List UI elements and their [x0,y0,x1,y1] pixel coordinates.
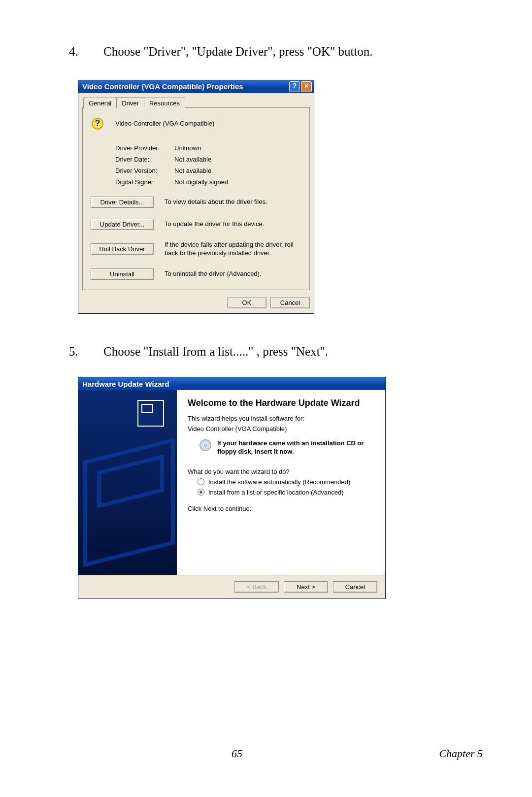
value-driver-date: Not available [174,156,301,163]
step-number: 5. [49,343,103,360]
value-driver-version: Not available [174,167,301,174]
ok-button[interactable]: OK [227,297,266,308]
page-number: 65 [232,747,242,760]
cd-hint-text: If your hardware came with an installati… [217,439,374,456]
tab-strip: General Driver Resources [82,97,310,108]
chapter-label: Chapter 5 [439,747,483,760]
radio-install-from-list[interactable]: Install from a list or specific location… [198,489,374,496]
uninstall-button[interactable]: Uninstall [91,268,154,280]
wizard-heading: Welcome to the Hardware Update Wizard [188,398,374,409]
wizard-intro: This wizard helps you install software f… [188,415,374,422]
back-button[interactable]: < Back [234,581,279,593]
label-driver-provider: Driver Provider: [115,144,174,152]
properties-dialog: Video Controller (VGA Compatible) Proper… [78,80,314,314]
value-driver-provider: Unknown [174,144,301,152]
instruction-step-5: 5. Choose "Install from a list....." , p… [49,343,483,360]
cancel-button[interactable]: Cancel [270,297,310,308]
uninstall-desc: To uninstall the driver (Advanced). [154,270,301,278]
wizard-sidebar-graphic [78,390,177,575]
label-driver-date: Driver Date: [115,156,174,163]
radio-label: Install from a list or specific location… [208,489,344,496]
radio-install-automatic[interactable]: Install the software automatically (Reco… [198,478,374,486]
update-driver-button[interactable]: Update Driver... [91,219,154,230]
roll-back-driver-desc: If the device fails after updating the d… [154,241,301,258]
radio-icon [198,478,204,485]
label-digital-signer: Digital Signer: [115,178,174,186]
wizard-main-panel: Welcome to the Hardware Update Wizard Th… [177,390,385,575]
step-number: 4. [49,43,103,60]
dialog-title: Hardware Update Wizard [82,380,169,388]
question-device-icon: ? [91,117,106,133]
hardware-update-wizard-dialog: Hardware Update Wizard Welcome to the Ha… [78,377,386,599]
radio-label: Install the software automatically (Reco… [208,478,350,486]
page-footer: 65 Chapter 5 [49,747,483,760]
tab-resources[interactable]: Resources [144,98,185,108]
tab-driver[interactable]: Driver [116,97,144,108]
dialog-title: Video Controller (VGA Compatible) Proper… [82,82,243,91]
dialog-titlebar: Video Controller (VGA Compatible) Proper… [78,80,314,93]
driver-tab-panel: ? Video Controller (VGA Compatible) Driv… [82,107,310,290]
driver-details-button[interactable]: Driver Details... [91,197,154,208]
wizard-question: What do you want the wizard to do? [188,468,374,475]
step-text: Choose "Install from a list....." , pres… [103,343,483,360]
wizard-device-name: Video Controller (VGA Compatible) [188,425,374,432]
wizard-continue-text: Click Next to continue. [188,505,374,512]
instruction-step-4: 4. Choose "Driver", "Update Driver", pre… [49,43,483,60]
device-name: Video Controller (VGA Compatible) [115,117,214,127]
radio-icon [198,489,204,496]
close-button[interactable]: × [301,81,312,92]
driver-details-desc: To view details about the driver files. [154,198,301,206]
tab-general[interactable]: General [83,98,117,108]
update-driver-desc: To update the driver for this device. [154,220,301,229]
dialog-titlebar: Hardware Update Wizard [78,377,385,390]
cd-icon [199,439,212,453]
step-text: Choose "Driver", "Update Driver", press … [103,43,483,60]
label-driver-version: Driver Version: [115,167,174,174]
help-button[interactable]: ? [289,81,300,92]
cancel-button[interactable]: Cancel [333,581,377,593]
roll-back-driver-button[interactable]: Roll Back Driver [91,243,154,255]
next-button[interactable]: Next > [284,581,328,593]
value-digital-signer: Not digitally signed [174,178,301,186]
